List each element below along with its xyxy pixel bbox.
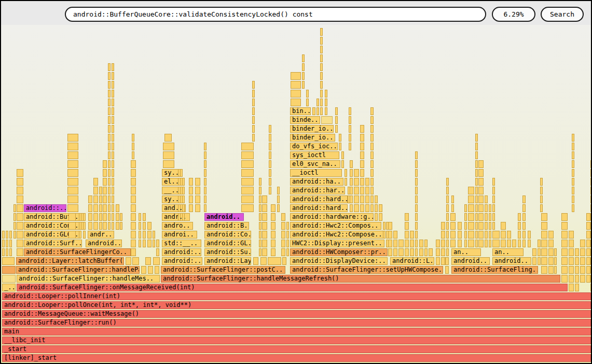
flame-frame[interactable]	[360, 143, 364, 150]
flame-frame[interactable]	[316, 99, 319, 106]
flame-frame[interactable]	[370, 187, 374, 194]
flame-frame[interactable]	[286, 222, 289, 230]
flame-frame[interactable]	[99, 222, 102, 230]
flame-frame[interactable]	[424, 248, 428, 256]
flame-frame[interactable]	[478, 178, 484, 186]
flame-frame[interactable]: android::Layer::latchBuffer(b..	[16, 257, 124, 265]
flame-frame[interactable]	[475, 240, 478, 247]
flame-frame[interactable]	[541, 222, 547, 230]
flame-frame[interactable]	[569, 248, 574, 256]
flame-frame[interactable]	[320, 90, 323, 97]
flame-frame[interactable]	[67, 160, 78, 168]
flame-frame[interactable]	[468, 231, 474, 239]
flame-frame[interactable]: android::DisplayDevice:..	[290, 257, 388, 265]
flame-frame[interactable]	[316, 107, 319, 115]
flame-frame[interactable]	[492, 195, 495, 203]
flame-frame[interactable]	[2, 248, 5, 256]
flame-frame[interactable]	[354, 195, 359, 203]
flame-frame[interactable]: android::GL..	[204, 240, 251, 247]
flame-frame[interactable]	[548, 231, 554, 239]
flame-frame[interactable]	[475, 231, 478, 239]
flame-frame[interactable]	[370, 195, 374, 203]
flame-frame[interactable]	[269, 160, 271, 168]
flame-frame[interactable]	[436, 240, 440, 247]
flame-frame[interactable]	[126, 257, 131, 265]
flame-frame[interactable]	[441, 248, 445, 256]
flame-frame[interactable]	[320, 99, 323, 106]
flame-frame[interactable]	[415, 151, 418, 159]
flame-frame[interactable]	[68, 222, 76, 230]
flame-frame[interactable]: android::Lay..	[204, 257, 251, 265]
flame-frame[interactable]	[354, 187, 359, 194]
flame-frame[interactable]	[17, 231, 23, 239]
flame-frame[interactable]	[561, 222, 568, 230]
flame-frame[interactable]	[370, 143, 374, 150]
flame-frame[interactable]	[580, 257, 585, 265]
flame-frame[interactable]	[580, 240, 585, 247]
flame-frame[interactable]	[148, 266, 153, 274]
flame-frame[interactable]	[492, 240, 500, 247]
flame-frame[interactable]	[492, 187, 495, 194]
flame-frame[interactable]	[512, 240, 516, 247]
flame-frame[interactable]	[17, 187, 23, 194]
flame-frame[interactable]	[306, 90, 309, 97]
flame-frame[interactable]	[572, 169, 574, 177]
flame-frame[interactable]: HWC2::Display::present..	[290, 240, 384, 247]
flame-frame[interactable]: android::SurfaceFlinger::setUpHWCompose.…	[290, 266, 443, 274]
flame-frame[interactable]	[132, 134, 134, 142]
flame-frame[interactable]	[383, 222, 386, 230]
flame-frame[interactable]	[349, 143, 351, 150]
flame-frame[interactable]	[360, 204, 364, 212]
flame-frame[interactable]: android..	[451, 257, 490, 265]
flame-frame[interactable]	[259, 195, 261, 203]
flame-frame[interactable]	[241, 143, 254, 150]
flame-frame[interactable]	[189, 195, 193, 203]
flame-frame[interactable]	[586, 231, 590, 239]
flame-frame[interactable]	[475, 187, 478, 194]
flame-frame[interactable]	[262, 204, 267, 212]
flame-frame[interactable]	[450, 213, 456, 221]
flame-frame[interactable]	[302, 63, 305, 71]
flame-frame[interactable]	[103, 160, 107, 168]
flame-frame[interactable]	[182, 178, 185, 186]
flame-frame[interactable]	[131, 169, 136, 177]
flame-frame[interactable]	[528, 231, 531, 239]
flame-frame[interactable]	[281, 231, 285, 239]
flame-frame[interactable]	[548, 266, 554, 274]
flame-frame[interactable]	[379, 213, 382, 221]
flame-frame[interactable]: andr..	[162, 213, 190, 221]
flame-frame[interactable]	[259, 248, 261, 256]
flame-frame[interactable]	[260, 257, 267, 265]
flame-frame[interactable]	[415, 222, 418, 230]
flame-frame[interactable]	[120, 213, 122, 221]
flame-frame[interactable]	[269, 151, 271, 159]
flame-frame[interactable]	[375, 213, 378, 221]
flame-frame[interactable]	[6, 240, 8, 247]
flame-frame[interactable]	[398, 248, 404, 256]
flame-frame[interactable]	[446, 248, 449, 256]
flame-frame[interactable]	[17, 204, 23, 212]
flame-frame[interactable]	[321, 116, 333, 124]
flame-frame[interactable]	[450, 240, 456, 247]
flame-frame[interactable]	[478, 195, 484, 203]
flame-frame[interactable]	[88, 195, 92, 203]
flame-frame[interactable]	[360, 169, 364, 177]
flame-frame[interactable]	[370, 134, 374, 142]
flame-frame[interactable]	[532, 257, 536, 265]
flame-frame[interactable]	[252, 81, 255, 89]
flame-frame[interactable]	[131, 178, 136, 186]
flame-frame[interactable]	[320, 28, 323, 36]
flame-frame[interactable]	[120, 222, 122, 230]
flame-frame[interactable]	[271, 222, 276, 230]
flame-frame[interactable]: android::HWComposer::pr..	[290, 248, 388, 256]
flame-frame[interactable]	[204, 169, 206, 177]
flame-frame[interactable]	[354, 204, 359, 212]
flame-frame[interactable]	[458, 231, 462, 239]
flame-frame[interactable]	[112, 143, 114, 150]
flame-frame[interactable]: android..	[86, 240, 122, 247]
flame-frame[interactable]	[360, 178, 364, 186]
flame-frame[interactable]	[360, 187, 364, 194]
flame-frame[interactable]	[429, 248, 433, 256]
flame-frame[interactable]	[268, 257, 281, 265]
flame-frame[interactable]	[522, 204, 526, 212]
